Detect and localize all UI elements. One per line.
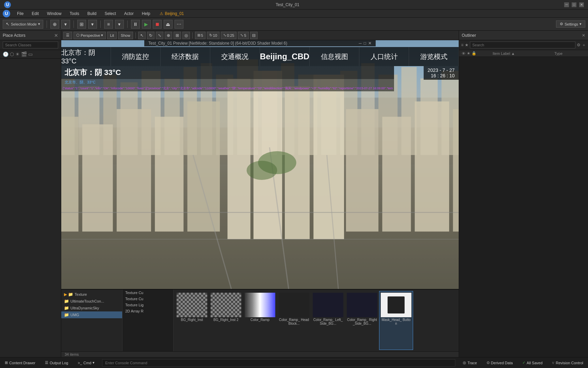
eject-button[interactable]: ⏏ bbox=[164, 20, 173, 29]
nav-item-tour[interactable]: 游览模式 bbox=[409, 47, 459, 66]
nav-item-traffic[interactable]: 交通概况 bbox=[210, 47, 260, 66]
star-icon[interactable]: ★ bbox=[465, 43, 469, 47]
stop-button[interactable]: ⏹ bbox=[153, 20, 162, 29]
camera-speed-button[interactable]: ◎ bbox=[182, 32, 190, 39]
revision-control-button[interactable]: ⑂ Revision Control bbox=[550, 360, 585, 366]
dropdown-button-3[interactable]: ▾ bbox=[115, 20, 124, 29]
viewport-container: ☰ ⬡ Perspective ▾ Lit Show ↖ ↻ ⤡ ⊕ ⊞ ◎ ⊞… bbox=[61, 31, 459, 357]
layer-button[interactable]: ≡ bbox=[104, 20, 113, 29]
geometry-icon[interactable]: ▭ bbox=[28, 51, 33, 57]
perspective-button[interactable]: ⬡ Perspective ▾ bbox=[74, 32, 106, 39]
tree-item-ulttouch[interactable]: 📁 UltimateTouchCon... bbox=[61, 298, 122, 305]
menu-select[interactable]: Select bbox=[103, 11, 117, 17]
menu-help[interactable]: Help bbox=[141, 11, 152, 17]
show-button[interactable]: Show bbox=[118, 32, 133, 39]
all-saved-button[interactable]: ✓ All Saved bbox=[520, 360, 544, 366]
world-tool-button[interactable]: ⊕ bbox=[165, 32, 172, 39]
lock-col-icon[interactable]: 🔒 bbox=[472, 51, 476, 56]
minimize-button[interactable]: ─ bbox=[564, 2, 569, 7]
grid-icon: ⊞ bbox=[197, 33, 200, 37]
dropdown-button-2[interactable]: ▾ bbox=[88, 20, 97, 29]
menu-build[interactable]: Build bbox=[86, 11, 98, 17]
rotate-snap-button[interactable]: ↻ 10 bbox=[207, 32, 219, 39]
add-button[interactable]: ⊕ bbox=[50, 20, 59, 29]
nav-item-title[interactable]: Beijing_CBD bbox=[260, 47, 310, 66]
play-button[interactable]: ▶ bbox=[142, 20, 151, 29]
scale-snap-button2[interactable]: ⤡ 5 bbox=[238, 32, 248, 39]
video-icon[interactable]: 🎬 bbox=[21, 51, 27, 57]
cmd-button[interactable]: >_ Cmd ▾ bbox=[76, 360, 97, 366]
outliner-close-button[interactable]: ✕ bbox=[582, 33, 585, 38]
close-place-actors-button[interactable]: ✕ bbox=[54, 33, 58, 38]
dropdown-button-1[interactable]: ▾ bbox=[61, 20, 70, 29]
menu-tools[interactable]: Tools bbox=[68, 11, 81, 17]
asset-color-ramp-right[interactable]: Color_Ramp_ Right_Side_BG... bbox=[345, 291, 379, 350]
grid-button[interactable]: ⊞ bbox=[77, 20, 86, 29]
menu-file[interactable]: File bbox=[16, 11, 25, 17]
nav-info-text: 信息视图 bbox=[321, 52, 348, 61]
tree-item-texture[interactable]: ▶ 📁 Texture bbox=[61, 291, 122, 298]
nav-item-population[interactable]: 人口统计 bbox=[359, 47, 409, 66]
translate-tool-button[interactable]: ↖ bbox=[138, 32, 146, 39]
add-icon-outliner[interactable]: ＋ bbox=[582, 42, 586, 48]
more-button[interactable]: ⋯ bbox=[175, 20, 183, 29]
preview-minimize-icon[interactable]: ─ bbox=[359, 41, 362, 46]
eye-icon-outliner[interactable]: 👁 bbox=[462, 51, 466, 56]
close-button[interactable]: ✕ bbox=[579, 2, 584, 7]
settings-icon-outliner[interactable]: ⚙ bbox=[577, 43, 581, 47]
nav-item-economy[interactable]: 经济数据 bbox=[161, 47, 210, 66]
asset-label-mask-head-button: Mask_Head_ Button bbox=[381, 318, 411, 325]
filter-icon[interactable]: ≡ bbox=[461, 43, 463, 47]
source-item-2[interactable]: Texture Cu bbox=[122, 296, 173, 302]
asset-color-ramp[interactable]: Color_Ramp bbox=[243, 291, 277, 350]
cube-icon: ⬡ bbox=[76, 33, 80, 37]
preview-close-icon[interactable]: ✕ bbox=[368, 41, 372, 46]
search-classes-input[interactable] bbox=[3, 42, 58, 48]
settings-button[interactable]: ⚙ Settings ▾ bbox=[556, 20, 585, 28]
trace-button[interactable]: ◎ Trace bbox=[461, 360, 479, 366]
recently-placed-icon[interactable]: 🕐 bbox=[3, 51, 9, 57]
grid-snap-button[interactable]: ⊞ 5 bbox=[195, 32, 206, 39]
scale-tool-button[interactable]: ⤡ bbox=[156, 32, 163, 39]
asset-count: 34 items bbox=[65, 352, 79, 356]
selection-mode-button[interactable]: ↖ Selection Mode ▾ bbox=[3, 20, 43, 29]
nav-item-info[interactable]: 信息视图 bbox=[310, 47, 359, 66]
snap-button[interactable]: ⊞ bbox=[174, 32, 181, 39]
svg-rect-22 bbox=[61, 117, 79, 232]
maximize-button[interactable]: □ bbox=[572, 2, 576, 7]
viewport-canvas[interactable]: Test_City_01 Preview [NetMode: Standalon… bbox=[61, 40, 459, 289]
outliner-search-input[interactable] bbox=[470, 42, 575, 48]
tree-item-umg[interactable]: 📁 UMG bbox=[61, 311, 122, 318]
source-item-4[interactable]: 2D Array R bbox=[122, 308, 173, 314]
output-log-button[interactable]: ☰ Output Log bbox=[43, 360, 70, 366]
rotate-tool-button[interactable]: ↻ bbox=[147, 32, 154, 39]
source-item-1[interactable]: Texture Cu bbox=[122, 290, 173, 296]
scale-snap-button[interactable]: ⤡ 0:25 bbox=[221, 32, 236, 39]
lit-button[interactable]: Lit bbox=[107, 32, 117, 39]
hamburger-menu-button[interactable]: ☰ bbox=[63, 32, 72, 39]
shapes-icon[interactable]: ⬡ bbox=[10, 51, 14, 57]
menu-edit[interactable]: Edit bbox=[30, 11, 40, 17]
asset-label-color-ramp-right: Color_Ramp_ Right_Side_BG... bbox=[347, 318, 377, 325]
content-drawer-button[interactable]: ⊞ Content Drawer bbox=[3, 360, 37, 366]
asset-color-ramp-left[interactable]: Color_Ramp_ Left_Side_BG... bbox=[311, 291, 345, 350]
item-label-col[interactable]: Item Label ▲ bbox=[493, 51, 555, 56]
asset-color-ramp-head[interactable]: Color_Ramp_ Head Block... bbox=[277, 291, 311, 350]
preview-maximize-icon[interactable]: □ bbox=[364, 41, 366, 46]
pause-button[interactable]: ⏸ bbox=[131, 20, 140, 29]
derived-data-button[interactable]: ⊙ Derived Data bbox=[485, 360, 515, 366]
nav-item-fire[interactable]: 消防监控 bbox=[111, 47, 161, 66]
console-command-input[interactable] bbox=[102, 359, 455, 367]
asset-mask-head-button[interactable]: Mask_Head_ Button bbox=[379, 291, 413, 350]
viewport-toolbar: ☰ ⬡ Perspective ▾ Lit Show ↖ ↻ ⤡ ⊕ ⊞ ◎ ⊞… bbox=[61, 31, 459, 40]
menu-actor[interactable]: Actor bbox=[123, 11, 135, 17]
tree-item-ultdynamic[interactable]: 📁 UltraDynamicSky bbox=[61, 305, 122, 311]
source-item-3[interactable]: Texture Lig bbox=[122, 302, 173, 308]
lights-icon[interactable]: ☀ bbox=[15, 51, 20, 57]
layout-button[interactable]: ⊟ bbox=[250, 32, 258, 39]
asset-bg-right-inst-1[interactable]: BG_Right_Inst bbox=[175, 291, 209, 350]
star-col-icon[interactable]: ★ bbox=[467, 51, 470, 56]
asset-bg-right-inst-2[interactable]: BG_Right_Inst 2 bbox=[209, 291, 243, 350]
nav-item-weather[interactable]: 北京市：阴 33°C bbox=[61, 47, 111, 66]
menu-window[interactable]: Window bbox=[46, 11, 63, 17]
